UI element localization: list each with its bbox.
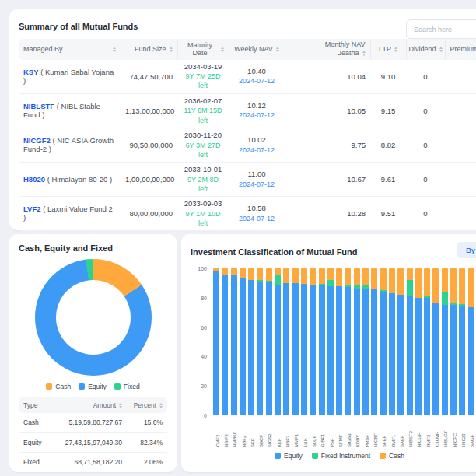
stacked-bar-nbf3[interactable] bbox=[283, 268, 289, 415]
stacked-bar-sagf[interactable] bbox=[468, 268, 474, 415]
stacked-bar-psf[interactable] bbox=[327, 268, 334, 415]
sort-icon[interactable] bbox=[221, 47, 224, 52]
weekly-nav-date-link[interactable]: 2024-07-12 bbox=[233, 76, 280, 86]
stacked-bar-rmf2[interactable] bbox=[424, 268, 430, 415]
cash-segment bbox=[362, 268, 369, 285]
managed-by-cell: NICGF2 ( NIC ASIA Growth Fund-2 ) bbox=[19, 128, 121, 162]
mini-column-amount[interactable]: Amount bbox=[54, 397, 127, 413]
weekly-nav-value: 11.00 bbox=[233, 170, 280, 180]
cash-segment bbox=[240, 268, 246, 278]
fund-ticker-link[interactable]: NIBLSTF bbox=[23, 102, 54, 110]
stacked-bar-nbf2[interactable] bbox=[240, 268, 246, 415]
stacked-bar-nicfc[interactable] bbox=[450, 268, 457, 415]
column-header-dividend[interactable]: Dividend bbox=[406, 39, 445, 60]
stacked-bar-kdby[interactable] bbox=[354, 268, 360, 415]
stacked-bar-sbcf[interactable] bbox=[257, 268, 263, 415]
stacked-bar-sigs2[interactable] bbox=[266, 268, 272, 415]
x-tick-label: NIBSF2 bbox=[408, 418, 414, 447]
stacked-bar-sef[interactable] bbox=[248, 268, 254, 415]
table-row[interactable]: H8020 ( Himalayan 80-20 )1,00,00,00,0002… bbox=[19, 162, 476, 196]
stacked-bar-nmb50[interactable] bbox=[231, 268, 237, 415]
stacked-bar-c30mf[interactable] bbox=[432, 268, 439, 415]
stacked-bar-gibf1[interactable] bbox=[319, 268, 325, 415]
stacked-bar-niblgf[interactable] bbox=[442, 268, 448, 415]
fund-size-cell: 1,13,00,00,000 bbox=[121, 93, 177, 128]
table-row[interactable]: LVF2 ( Laxmi Value Fund 2 )80,00,00,0002… bbox=[19, 196, 476, 230]
column-header-weekly-nav[interactable]: Weekly NAV bbox=[229, 39, 285, 60]
column-header-ltp[interactable]: LTP bbox=[370, 39, 406, 60]
stacked-bar-nicbf[interactable] bbox=[371, 268, 377, 415]
equity-segment bbox=[362, 289, 369, 415]
column-label: Managed By bbox=[23, 45, 63, 53]
fund-ticker-link[interactable]: NICGF2 bbox=[23, 136, 51, 145]
weekly-nav-date-link[interactable]: 2024-07-12 bbox=[233, 180, 280, 189]
stacked-bar-kef[interactable] bbox=[275, 268, 281, 415]
stacked-bar-slcf[interactable] bbox=[310, 268, 316, 415]
sort-icon[interactable] bbox=[113, 47, 116, 52]
y-tick-label: 40 bbox=[201, 354, 207, 359]
stacked-bar-sigs3[interactable] bbox=[345, 268, 351, 415]
bar-column bbox=[327, 268, 336, 415]
table-row[interactable]: NICGF2 ( NIC ASIA Growth Fund-2 )90,50,0… bbox=[19, 128, 476, 162]
sort-icon[interactable] bbox=[439, 47, 443, 52]
cash-segment bbox=[459, 268, 465, 304]
x-tick: NSIF2 bbox=[222, 418, 230, 447]
fund-ticker-link[interactable]: H8020 bbox=[23, 175, 45, 184]
legend-item-equity[interactable]: Equity bbox=[79, 383, 107, 390]
weekly-nav-date-link[interactable]: 2024-07-12 bbox=[233, 214, 280, 223]
weekly-nav-date-link[interactable]: 2024-07-12 bbox=[233, 110, 280, 120]
weekly-nav-date-link[interactable]: 2024-07-12 bbox=[233, 145, 280, 155]
stacked-bar-rmf1[interactable] bbox=[389, 268, 395, 415]
x-tick: NICFC bbox=[450, 418, 459, 447]
by-percent-button[interactable]: By % bbox=[457, 242, 476, 258]
column-header-premium[interactable]: Premium bbox=[445, 39, 476, 60]
stacked-bar-mmf1[interactable] bbox=[292, 268, 299, 415]
sort-icon[interactable] bbox=[276, 47, 279, 52]
stacked-bar-sfmf[interactable] bbox=[336, 268, 342, 415]
sort-icon[interactable] bbox=[119, 403, 122, 408]
maturity-date: 2030-11-20 bbox=[182, 131, 224, 141]
stacked-bar-nicgf[interactable] bbox=[415, 268, 422, 415]
column-header-managed-by[interactable]: Managed By bbox=[19, 39, 121, 60]
legend-item-cash[interactable]: Cash bbox=[380, 452, 404, 460]
x-tick-label: NIBLGF bbox=[443, 418, 449, 447]
stacked-bar-luk[interactable] bbox=[301, 268, 307, 415]
stacked-bar-prsf[interactable] bbox=[362, 268, 369, 415]
donut-chart[interactable] bbox=[35, 259, 152, 376]
sort-icon[interactable] bbox=[170, 47, 173, 52]
mini-column-percent[interactable]: Percent bbox=[127, 397, 167, 413]
table-row[interactable]: NIBLSTF ( NIBL Stable Fund )1,13,00,00,0… bbox=[19, 93, 476, 128]
column-header-monthly-nav[interactable]: Monthly NAVJeatha bbox=[285, 39, 370, 60]
bar-column bbox=[389, 268, 397, 415]
fund-ticker-link[interactable]: KSY bbox=[23, 68, 39, 76]
table-row[interactable]: KSY ( Kumari Sabal Yojana )74,47,50,7002… bbox=[19, 60, 476, 94]
bar-column bbox=[222, 268, 230, 415]
x-tick-label: SFMF bbox=[338, 418, 344, 447]
search-input[interactable] bbox=[406, 19, 476, 39]
managed-by-cell: LVF2 ( Laxmi Value Fund 2 ) bbox=[19, 196, 121, 230]
equity-segment bbox=[432, 303, 439, 415]
bar-column bbox=[371, 268, 380, 415]
fund-ticker-link[interactable]: LVF2 bbox=[23, 205, 41, 213]
stacked-bar-saef[interactable] bbox=[397, 268, 404, 415]
column-header-fund-size[interactable]: Fund Size bbox=[121, 39, 177, 60]
monthly-nav-cell: 10.28 bbox=[285, 196, 370, 230]
equity-segment bbox=[336, 286, 342, 415]
sort-icon[interactable] bbox=[362, 51, 366, 56]
legend-item-fixed-instrument[interactable]: Fixed Instrument bbox=[312, 452, 370, 460]
stacked-bar-nsif2[interactable] bbox=[222, 268, 228, 415]
amount-cell: 68,71,58,182.20 bbox=[54, 452, 127, 471]
sort-icon[interactable] bbox=[394, 47, 397, 52]
legend-item-cash[interactable]: Cash bbox=[46, 383, 71, 390]
stacked-bar-h8020[interactable] bbox=[459, 268, 465, 415]
x-tick: SFEF bbox=[380, 418, 389, 447]
sort-icon[interactable] bbox=[159, 403, 163, 408]
stacked-bar-cmf2[interactable] bbox=[213, 268, 219, 415]
stacked-bar-nibsf2[interactable] bbox=[407, 268, 413, 415]
column-header-maturity-date[interactable]: Maturity Date bbox=[177, 39, 229, 60]
stacked-bar-sfef[interactable] bbox=[380, 268, 387, 415]
legend-item-equity[interactable]: Equity bbox=[275, 452, 303, 460]
legend-item-fixed[interactable]: Fixed bbox=[114, 383, 140, 390]
cash-segment bbox=[424, 268, 430, 296]
bar-column bbox=[240, 268, 248, 415]
